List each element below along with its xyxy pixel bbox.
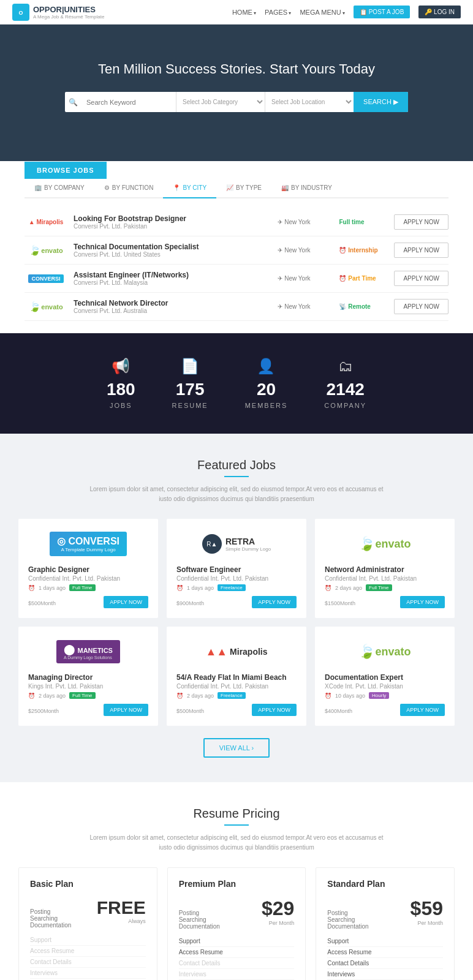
tab-by-industry[interactable]: 🏭 BY INDUSTRY [271, 178, 342, 198]
apply-button-3[interactable]: APPLY NOW [394, 299, 448, 314]
card-logo-envato2: 🍃envato [325, 636, 445, 667]
pricing-card-premium: Premium Plan Posting Searching Documenta… [167, 867, 306, 980]
card-footer-2: $1500Month APPLY NOW [325, 596, 445, 608]
clock-icon-4: ⏰ [176, 693, 183, 699]
search-bar: 🔍 Select Job Category Select Job Locatio… [65, 92, 408, 112]
card-footer-4: $500Month APPLY NOW [176, 704, 297, 716]
login-button[interactable]: 🔑 LOG IN [418, 6, 461, 18]
card-footer-0: $500Month APPLY NOW [28, 596, 148, 608]
stat-jobs: 📢 180 JOBS [107, 358, 135, 409]
apply-button-1[interactable]: APPLY NOW [394, 243, 448, 258]
feature-resume-basic: Access Resume [30, 946, 146, 957]
plan-price-premium: $29 [262, 897, 294, 920]
tab-by-type[interactable]: 📈 BY TYPE [216, 178, 271, 198]
view-all-button[interactable]: VIEW ALL › [203, 738, 270, 758]
pricing-card-basic: Basic Plan Posting Searching Documentati… [18, 867, 157, 980]
search-keyword-input[interactable] [81, 92, 176, 112]
plan-name-standard: Standard Plan [327, 879, 443, 889]
job-location-0: New York [278, 219, 339, 225]
jobs-icon: 📢 [107, 358, 135, 375]
logo[interactable]: O OPPOR|UNITIES A Mega Job & Résumé Temp… [12, 4, 104, 21]
logo-icon: O [12, 4, 29, 21]
jobs-label: JOBS [107, 402, 135, 409]
company-icon: 🗂 [324, 358, 366, 375]
card-company-1: Confidential Int. Pvt. Ltd. Pakistan [176, 575, 297, 582]
clock-icon-5: ⏰ [325, 693, 331, 699]
job-title-2: Assistant Engineer (IT/Networks) [74, 271, 271, 279]
featured-card-4: ▲▲ Mirapolis 54/A Ready Flat In Miami Be… [167, 627, 306, 726]
city-icon: 📍 [173, 184, 180, 191]
resume-count: 175 [172, 380, 208, 399]
job-type-0: Full time [339, 219, 394, 225]
card-apply-1[interactable]: APPLY NOW [252, 596, 297, 608]
type-icon: 📈 [226, 184, 233, 191]
nav-pages[interactable]: PAGES [265, 9, 291, 16]
job-location-select[interactable]: Select Job Location [265, 92, 354, 112]
card-apply-0[interactable]: APPLY NOW [104, 596, 148, 608]
card-apply-4[interactable]: APPLY NOW [252, 704, 297, 716]
table-row: 🍃envato Technical Documentation Speciali… [25, 236, 448, 265]
browse-tabs: 🏢 BY COMPANY ⚙ BY FUNCTION 📍 BY CITY 📈 B… [25, 178, 448, 198]
featured-card-2: 🍃envato Netword Administrator Confidenti… [315, 519, 455, 618]
plan-period-standard: Per Month [411, 920, 443, 926]
tab-by-company[interactable]: 🏢 BY COMPANY [25, 178, 94, 198]
card-logo-retra: R▲ RETRA Simple Dummy Logo [176, 529, 297, 559]
featured-card-3: ⬤ MANETICS A Dummy Logo Solutions Managi… [18, 627, 158, 726]
plan-price-row-standard: Posting Searching Documentation $59 Per … [327, 897, 443, 930]
featured-card-5: 🍃envato Documentation Expert XCode Int. … [315, 627, 455, 726]
job-title-0: Looking For Bootstrap Designer [74, 214, 271, 223]
card-footer-5: $400Month APPLY NOW [325, 704, 445, 716]
feature-contact-premium: Contact Details [179, 958, 295, 969]
main-nav: HOME PAGES MEGA MENU 📋 POST A JOB 🔑 LOG … [232, 6, 461, 18]
tab-by-city[interactable]: 📍 BY CITY [163, 178, 216, 198]
pricing-card-standard: Standard Plan Posting Searching Document… [316, 867, 455, 980]
stat-members: 👤 20 MEMBERS [245, 358, 288, 409]
company-label: COMPANY [324, 402, 366, 409]
card-badge-2: Full Time [366, 584, 392, 591]
apply-button-0[interactable]: APPLY NOW [394, 214, 448, 230]
tab-by-function[interactable]: ⚙ BY FUNCTION [94, 178, 164, 198]
table-row: ▲ Mirapolis Looking For Bootstrap Design… [25, 208, 448, 236]
job-category-select[interactable]: Select Job Category [176, 92, 265, 112]
featured-section: Featured Jobs Lorem ipsum dolor sit amet… [0, 434, 473, 782]
featured-divider [224, 476, 249, 477]
card-company-4: Confidential Int. Pvt. Ltd. Pakistan [176, 683, 297, 690]
svg-text:O: O [18, 10, 23, 16]
job-company-0: Conversi Pvt. Ltd. Pakistan [74, 223, 271, 230]
jobs-count: 180 [107, 380, 135, 399]
card-badge-0: Full Time [69, 584, 95, 591]
job-company-2: Conversi Pvt. Ltd. Malaysia [74, 279, 271, 286]
resume-label: RESUME [172, 402, 208, 409]
plan-name-premium: Premium Plan [179, 879, 295, 889]
card-price-2: $1500Month [325, 597, 355, 607]
browse-header: BROWSE JOBS [25, 162, 107, 179]
card-badge-4: Freelance [218, 692, 246, 699]
nav-home[interactable]: HOME [232, 9, 256, 16]
stat-company: 🗂 2142 COMPANY [324, 358, 366, 409]
search-button[interactable]: SEARCH ▶ [354, 92, 408, 112]
card-logo-conversi: ◎ CONVERSI A Template Dummy Logo [28, 529, 148, 559]
pricing-divider [224, 824, 249, 826]
job-logo-mirapolis: ▲ Mirapolis [25, 219, 67, 225]
card-title-5: Documentation Expert [325, 673, 445, 682]
card-company-2: Confidential Int. Pvt. Ltd. Pakistan [325, 575, 445, 582]
pricing-grid: Basic Plan Posting Searching Documentati… [18, 867, 455, 980]
apply-button-2[interactable]: APPLY NOW [394, 271, 448, 286]
post-job-button[interactable]: 📋 POST A JOB [354, 6, 410, 18]
feature-resume-standard: Access Resume [327, 947, 443, 958]
card-apply-5[interactable]: APPLY NOW [400, 704, 445, 716]
job-logo-envato: 🍃envato [25, 244, 67, 256]
pricing-section: Resume Pricing Lorem ipsum dolor sit ame… [0, 782, 473, 980]
card-price-4: $500Month [176, 705, 204, 715]
feature-support-premium: Support [179, 936, 295, 947]
card-apply-3[interactable]: APPLY NOW [104, 704, 148, 716]
hero-section: Ten Million Success Stories. Start Yours… [0, 24, 473, 161]
feature-interviews-standard: Interviews [327, 969, 443, 980]
card-price-3: $2500Month [28, 705, 59, 715]
search-icon: 🔍 [65, 98, 81, 107]
plan-name-basic: Basic Plan [30, 879, 146, 889]
card-apply-2[interactable]: APPLY NOW [400, 596, 445, 608]
pricing-desc: Lorem ipsum dolor sit amet, consectetur … [83, 833, 390, 853]
card-price-0: $500Month [28, 597, 56, 607]
nav-mega-menu[interactable]: MEGA MENU [300, 9, 344, 16]
